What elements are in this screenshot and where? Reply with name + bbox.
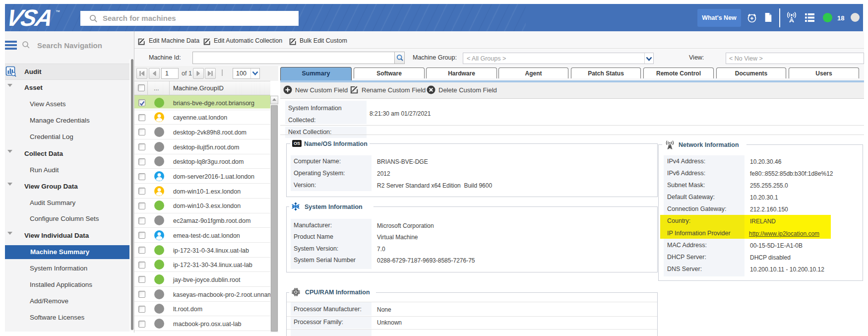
svg-text:™: ™ [56,9,60,14]
svg-text:VSA: VSA [5,6,55,29]
